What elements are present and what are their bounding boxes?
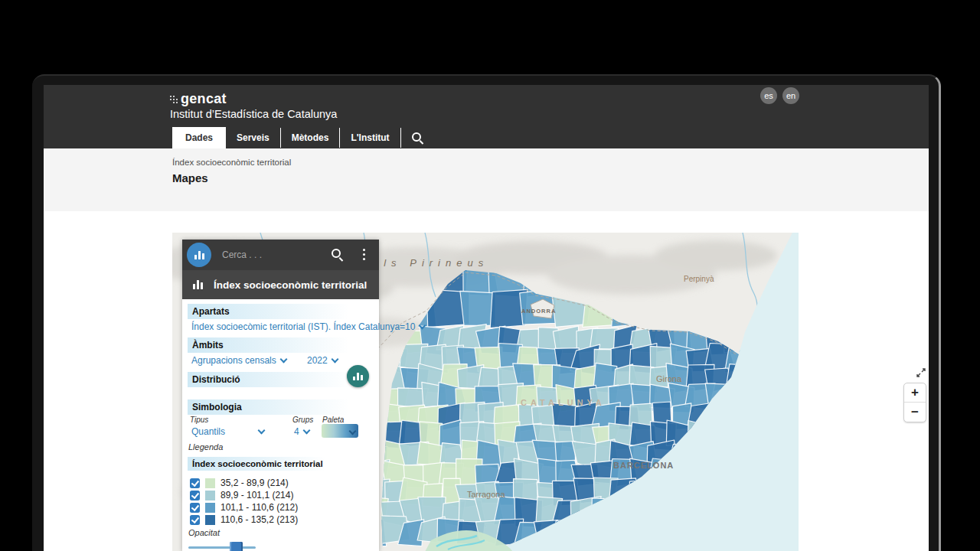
site-title[interactable]: Institut d’Estadística de Catalunya (170, 108, 337, 120)
kebab-menu-icon[interactable] (363, 249, 365, 251)
zoom-in-button[interactable]: + (904, 383, 926, 403)
ambit-scope-select[interactable]: Agrupacions censals (191, 355, 286, 366)
search-icon (412, 132, 423, 144)
legend-title: Índex socioeconòmic territorial (188, 457, 350, 471)
tab-institut[interactable]: L'Institut (340, 127, 400, 148)
expand-map-icon[interactable] (916, 367, 926, 378)
checkbox-checked[interactable] (190, 503, 200, 513)
legend-swatch (205, 491, 215, 500)
breadcrumb[interactable]: Índex socioeconòmic territorial (172, 158, 291, 167)
panel-title-bar: Índex socioeconòmic territorial (182, 270, 379, 299)
panel-title: Índex socioeconòmic territorial (214, 279, 367, 291)
panel-search-input[interactable]: Cerca . . . (222, 249, 262, 260)
tipus-label: Tipus (190, 416, 208, 424)
opacity-slider-handle[interactable] (230, 542, 243, 551)
bar-chart-icon (353, 373, 363, 380)
zoom-out-button[interactable]: − (904, 403, 926, 422)
grups-label: Grups (292, 416, 313, 424)
ambit-year-select[interactable]: 2022 (307, 355, 338, 366)
section-apartats: Apartats (188, 304, 377, 319)
chevron-down-icon (279, 356, 287, 364)
zoom-control: + − (903, 383, 926, 422)
legend-row: 110,6 - 135,2 (213) (190, 514, 298, 525)
legend-row: 35,2 - 89,9 (214) (190, 478, 289, 488)
lang-es-button[interactable]: es (760, 87, 777, 104)
chevron-down-icon (258, 427, 266, 435)
monitor-bezel: gencat Institut d’Estadística de Catalun… (32, 74, 941, 551)
legend-swatch (205, 503, 215, 513)
tipus-select[interactable]: Quantils (191, 426, 264, 437)
apartats-select[interactable]: Índex socioecòmic territorial (IST). Índ… (191, 321, 425, 332)
paleta-label: Paleta (322, 416, 344, 424)
gencat-logo-icon (170, 94, 178, 103)
tab-serveis[interactable]: Serveis (226, 127, 280, 148)
browser-viewport: gencat Institut d’Estadística de Catalun… (44, 85, 929, 551)
section-ambits: Àmbits (188, 337, 377, 353)
main-nav: Dades Serveis Mètodes L'Institut (172, 127, 435, 148)
legend-label: Llegenda (188, 442, 223, 452)
checkbox-checked[interactable] (190, 491, 200, 500)
panel-search-icon[interactable] (332, 249, 343, 260)
header-search-button[interactable] (401, 127, 435, 148)
bar-chart-icon (193, 280, 203, 289)
legend-swatch (205, 478, 215, 488)
chevron-down-icon (349, 427, 357, 435)
breadcrumb-strip: Índex socioeconòmic territorial Mapes (44, 148, 929, 211)
desktop-background: gencat Institut d’Estadística de Catalun… (0, 0, 980, 551)
gencat-logo[interactable]: gencat (170, 91, 227, 107)
tab-dades[interactable]: Dades (172, 127, 226, 148)
tab-metodes[interactable]: Mètodes (281, 127, 340, 148)
bar-chart-icon (194, 251, 204, 259)
checkbox-checked[interactable] (190, 515, 200, 525)
chevron-down-icon (419, 322, 426, 330)
chevron-down-icon (302, 427, 310, 435)
distribution-chart-button[interactable] (347, 365, 369, 387)
legend-swatch (205, 515, 215, 525)
chevron-down-icon (331, 356, 338, 364)
site-header: gencat Institut d’Estadística de Catalun… (44, 85, 929, 148)
page-title: Mapes (172, 171, 208, 184)
legend-row: 101,1 - 110,6 (212) (190, 502, 298, 513)
lang-en-button[interactable]: en (782, 87, 799, 104)
opacity-label: Opacitat (188, 528, 220, 537)
opacity-slider (188, 542, 256, 551)
panel-search-bar: Cerca . . . (182, 240, 379, 270)
app-logo-button[interactable] (187, 243, 211, 267)
checkbox-checked[interactable] (190, 478, 200, 488)
opacity-slider-track[interactable] (188, 546, 256, 549)
legend-row: 89,9 - 101,1 (214) (190, 490, 293, 500)
grups-select[interactable]: 4 (294, 426, 309, 437)
section-simbologia: Simbologia (188, 399, 377, 415)
map-tool-panel: Cerca . . . Índex socioeconòmic territor… (182, 240, 379, 551)
paleta-select[interactable] (322, 424, 358, 438)
language-switcher: es en (760, 87, 799, 104)
